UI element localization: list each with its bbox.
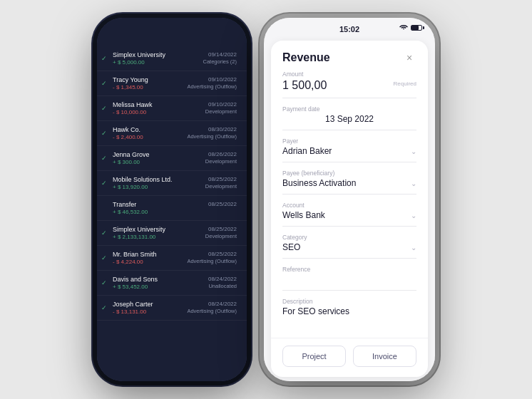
reference-field-group: Reference	[282, 266, 416, 291]
transaction-date: 08/25/2022	[208, 201, 237, 207]
payee-dropdown[interactable]: Business Activation ⌄	[282, 178, 416, 188]
amount-field-group: Amount 1 500,00 Required	[282, 71, 416, 98]
left-phone-screen: ✓Simplex University+ $ 5,000.0009/14/202…	[97, 18, 247, 381]
transaction-left: Mr. Brian Smith- $ 4,224.00	[113, 251, 157, 265]
transaction-amount: + $ 5,000.00	[113, 59, 165, 66]
payee-label: Payee (beneficiary)	[282, 170, 416, 177]
transaction-left: Simplex University+ $ 2,133,131.00	[113, 226, 165, 240]
category-label: Category	[282, 234, 416, 241]
transaction-right: 08/25/2022Advertising (Outflow)	[187, 251, 237, 264]
transaction-name: Joseph Carter	[113, 301, 153, 308]
transaction-amount: + $ 46,532.00	[113, 209, 148, 215]
transaction-item: ✓Mr. Brian Smith- $ 4,224.0008/25/2022Ad…	[97, 246, 247, 271]
transaction-right: 08/30/2022Advertising (Outflow)	[187, 126, 237, 140]
check-icon: ✓	[101, 304, 107, 311]
invoice-button[interactable]: Invoice	[353, 346, 416, 367]
transaction-category: Advertising (Outflow)	[187, 83, 237, 90]
transaction-item: ✓Tracy Young- $ 1,345.0009/10/2022Advert…	[97, 71, 247, 96]
payee-value: Business Activation	[282, 178, 356, 188]
transaction-right: 09/10/2022Development	[205, 101, 237, 115]
transaction-right: 09/14/2022Categories (2)	[203, 51, 237, 65]
transaction-item: ✓Melissa Hawk- $ 10,000.0009/10/2022Deve…	[97, 96, 247, 121]
check-icon: ✓	[101, 130, 107, 137]
transaction-amount: - $ 10,000.00	[113, 109, 153, 115]
transaction-item: ✓Mobile Solutions Ltd.+ $ 13,920.0008/25…	[97, 171, 247, 196]
transaction-category: Unallocated	[208, 283, 237, 289]
payment-date-value: 13 Sep 2022	[282, 114, 416, 124]
transaction-left: Simplex University+ $ 5,000.00	[113, 51, 165, 66]
check-icon: ✓	[101, 229, 107, 237]
right-phone-screen: 15:02 Revenue ×	[264, 18, 435, 381]
transaction-amount: - $ 1,345.00	[113, 84, 148, 90]
transaction-category: Development	[205, 183, 237, 190]
description-label: Description	[282, 298, 416, 305]
transaction-name: Jenna Grove	[113, 151, 150, 158]
category-field-group: Category SEO ⌄	[282, 234, 416, 259]
status-icons	[399, 25, 422, 31]
transaction-date: 09/14/2022	[208, 51, 237, 58]
transaction-name: Tracy Young	[113, 76, 148, 83]
category-dropdown[interactable]: SEO ⌄	[282, 242, 416, 252]
transaction-left: Melissa Hawk- $ 10,000.00	[113, 101, 153, 115]
transaction-category: Advertising (Outflow)	[187, 308, 237, 314]
transaction-left: Hawk Co.- $ 2,400.00	[113, 126, 143, 140]
modal-footer: Project Invoice	[271, 338, 428, 377]
transaction-category: Development	[205, 108, 237, 115]
check-icon: ✓	[101, 180, 107, 187]
transaction-item: Transfer+ $ 46,532.0008/25/2022	[97, 196, 247, 221]
account-dropdown[interactable]: Wells Bank ⌄	[282, 210, 416, 220]
transaction-category: Development	[205, 233, 237, 239]
transaction-right: 08/25/2022Development	[205, 176, 237, 190]
transaction-date: 08/24/2022	[208, 276, 237, 282]
transaction-name: Simplex University	[113, 226, 165, 233]
check-icon: ✓	[101, 254, 107, 261]
check-icon: ✓	[101, 80, 107, 87]
payee-field-group: Payee (beneficiary) Business Activation …	[282, 170, 416, 195]
right-phone: 15:02 Revenue ×	[264, 18, 435, 381]
scene: ✓Simplex University+ $ 5,000.0009/14/202…	[0, 0, 532, 399]
transaction-left: Mobile Solutions Ltd.+ $ 13,920.00	[113, 176, 173, 190]
transaction-item: ✓Davis and Sons+ $ 53,452.0008/24/2022Un…	[97, 271, 247, 296]
project-button[interactable]: Project	[282, 346, 346, 367]
payer-label: Payer	[282, 138, 416, 145]
payer-dropdown[interactable]: Adrian Baker ⌄	[282, 146, 416, 156]
transaction-name: Davis and Sons	[113, 276, 158, 283]
transaction-amount: + $ 2,133,131.00	[113, 234, 165, 240]
transaction-date: 09/10/2022	[208, 76, 237, 83]
transaction-name: Mobile Solutions Ltd.	[113, 176, 173, 183]
transaction-date: 09/10/2022	[208, 101, 237, 108]
transaction-amount: - $ 4,224.00	[113, 259, 157, 265]
close-button[interactable]: ×	[402, 51, 416, 65]
payer-field-group: Payer Adrian Baker ⌄	[282, 138, 416, 162]
account-field-group: Account Wells Bank ⌄	[282, 202, 416, 227]
transaction-item: ✓Joseph Carter- $ 13,131.0008/24/2022Adv…	[97, 296, 247, 321]
transaction-left: Tracy Young- $ 1,345.00	[113, 76, 148, 90]
transaction-name: Simplex University	[113, 51, 165, 58]
amount-label: Amount	[282, 71, 416, 78]
transaction-right: 09/10/2022Advertising (Outflow)	[187, 76, 237, 90]
transaction-item: ✓Jenna Grove+ $ 300.0008/26/2022Developm…	[97, 146, 247, 171]
payer-chevron-icon: ⌄	[411, 147, 416, 155]
battery-icon	[411, 25, 422, 31]
transaction-left: Davis and Sons+ $ 53,452.00	[113, 276, 158, 290]
category-chevron-icon: ⌄	[411, 244, 416, 252]
transaction-item: ✓Simplex University+ $ 2,133,131.0008/25…	[97, 221, 247, 246]
modal-body: Amount 1 500,00 Required Payment date 13…	[271, 71, 428, 338]
transaction-left: Jenna Grove+ $ 300.00	[113, 151, 150, 165]
description-field-group: Description For SEO services	[282, 298, 416, 322]
transaction-name: Melissa Hawk	[113, 101, 153, 108]
transaction-item: ✓Simplex University+ $ 5,000.0009/14/202…	[97, 46, 247, 71]
account-chevron-icon: ⌄	[411, 212, 416, 219]
check-icon: ✓	[101, 155, 107, 162]
transaction-amount: + $ 53,452.00	[113, 284, 158, 290]
payer-value: Adrian Baker	[282, 146, 332, 156]
transaction-category: Development	[205, 158, 237, 165]
transaction-right: 08/24/2022Unallocated	[208, 276, 237, 289]
transaction-right: 08/24/2022Advertising (Outflow)	[187, 301, 237, 314]
transaction-name: Hawk Co.	[113, 126, 143, 133]
transaction-amount: - $ 13,131.00	[113, 309, 153, 315]
reference-value[interactable]	[282, 274, 416, 284]
transaction-amount: + $ 13,920.00	[113, 184, 173, 190]
reference-label: Reference	[282, 266, 416, 273]
revenue-modal: Revenue × Amount 1 500,00 Required Pa	[271, 41, 428, 377]
